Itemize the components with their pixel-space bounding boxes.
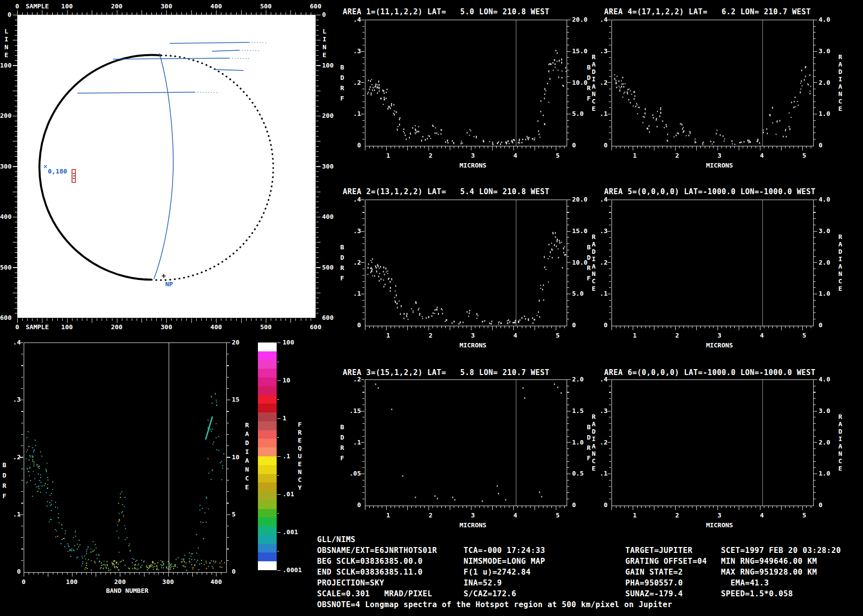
area-x-tick-label: 3 xyxy=(466,152,480,159)
area-ylabel-vertical: B D R F xyxy=(587,62,591,103)
area-x-tick-label: 5 xyxy=(550,512,565,519)
colorbar-block xyxy=(258,456,277,465)
area-y-tick-label: .2 xyxy=(591,439,608,446)
sample-axis-word: SAMPLE xyxy=(26,3,49,10)
colorbar-tick-label: 10 xyxy=(283,377,308,384)
area-x-tick-label: 3 xyxy=(712,512,727,519)
area-right-ticks xyxy=(567,20,571,145)
frequency-colorbar xyxy=(258,342,277,570)
area-title: AREA 3=(15,1,2,2) LAT= 5.8 LON= 210.7 WE… xyxy=(343,368,549,377)
area-right-tick-label: 4.0 xyxy=(819,196,838,203)
histogram-y-tick-label: .4 xyxy=(5,339,21,346)
sample-tick-label: 200 xyxy=(103,3,131,10)
area-x-tick-label: 5 xyxy=(797,512,812,519)
area-x-tick-label: 2 xyxy=(423,152,438,159)
area-y-tick-label: .2 xyxy=(344,259,361,266)
sample-tick-label: 400 xyxy=(202,324,230,331)
area-xlabel: MICRONS xyxy=(448,522,498,529)
area-y-tick-label: .1 xyxy=(591,290,608,297)
area-spectrum-plot xyxy=(611,20,814,146)
metadata-field: S/CAZ=172.6 xyxy=(464,589,516,598)
metadata-field: END SCLK=03836385.11.0 xyxy=(317,568,423,577)
histogram-x-tick-label: 300 xyxy=(158,579,178,585)
area-spectrum-plot xyxy=(365,200,567,326)
metadata-field: SPEED=1.5*0.058 xyxy=(721,589,793,598)
area-y-tick-label: .15 xyxy=(344,408,361,414)
area-y-tick-label: .1 xyxy=(591,470,608,477)
metadata-field: TARGET=JUPITER xyxy=(625,546,692,555)
area-spectrum-plot xyxy=(365,379,567,506)
area-spectrum-plot xyxy=(611,379,814,506)
map-background xyxy=(17,15,316,318)
area-y-tick-label: .4 xyxy=(591,16,608,23)
area-y-tick-label: .4 xyxy=(591,376,608,383)
histogram-right-ticks xyxy=(227,342,230,572)
area-y-tick-label: 0 xyxy=(591,142,608,149)
sample-tick-label: 300 xyxy=(153,324,180,331)
area-y-tick-label: .4 xyxy=(591,196,608,203)
area-x-tick-label: 1 xyxy=(381,152,396,159)
histogram-x-tick-label: 0 xyxy=(14,579,34,585)
nims-display-screen: 00100100200200300300400400500500600600SA… xyxy=(0,0,863,616)
area-right-ticks xyxy=(567,200,571,325)
colorbar-block xyxy=(258,491,277,500)
line-tick-label: 600 xyxy=(322,314,342,321)
area-title: AREA 2=(13,1,2,2) LAT= 5.4 LON= 210.8 WE… xyxy=(343,187,549,196)
north-pole-label: NP xyxy=(165,280,173,288)
metadata-field: GRATING OFFSET=04 xyxy=(625,557,707,566)
sample-tick-label: 200 xyxy=(103,324,131,331)
spectrum-scatter-canvas xyxy=(365,200,567,326)
line-tick-label: 500 xyxy=(0,264,11,271)
area-x-tick-label: 5 xyxy=(550,332,565,339)
colorbar-block xyxy=(258,386,277,395)
area-y-tick-label: .3 xyxy=(591,408,608,414)
area-x-ticks xyxy=(611,146,813,150)
colorbar-block xyxy=(258,552,277,561)
colorbar-block xyxy=(258,439,277,447)
histogram-y-tick-label: 0 xyxy=(5,568,21,575)
metadata-field: PROJECTION=SKY xyxy=(317,579,384,587)
histogram-right-tick-label: 15 xyxy=(232,396,247,403)
area-x-tick-label: 4 xyxy=(508,152,523,159)
colorbar-tick-label: 100 xyxy=(283,339,308,346)
colorbar-tick-label: .001 xyxy=(283,529,308,536)
area-y-tick-label: .3 xyxy=(344,48,361,55)
area-x-tick-label: 4 xyxy=(755,332,769,339)
histogram-right-tick-label: 10 xyxy=(232,454,247,461)
sample-tick-label: 600 xyxy=(302,3,329,10)
line-axis-word-right: L I N E xyxy=(323,28,326,59)
area-ylabel-vertical: B D R F xyxy=(587,242,591,283)
spectrum-scatter-canvas xyxy=(612,380,813,506)
area-y-ticks xyxy=(361,20,364,145)
colorbar-block xyxy=(258,544,277,553)
area-y-tick-label: 0 xyxy=(344,142,361,149)
line-tick-label: 600 xyxy=(0,314,11,321)
area-ylabel-vertical: B D R F xyxy=(340,242,344,283)
colorbar-block xyxy=(258,377,277,386)
area-y-ticks xyxy=(361,379,364,505)
area-right-tick-label: 1.0 xyxy=(819,290,838,297)
area-y-tick-label: .4 xyxy=(344,196,361,203)
histogram-scatter-canvas xyxy=(24,343,226,572)
area-right-tick-label: 15.0 xyxy=(572,228,592,235)
spectrum-scatter-canvas xyxy=(612,20,813,146)
area-ylabel-vertical: B D R F xyxy=(340,422,344,463)
obsnote-line: OBSNOTE=4 Longmap spectra of the Hotspot… xyxy=(317,600,672,609)
histogram-x-tick-label: 100 xyxy=(62,579,82,585)
sample-tick-label: 100 xyxy=(53,324,81,331)
area-title: AREA 5=(0,0,0,0) LAT=-1000.0 LON=-1000.0… xyxy=(604,187,816,196)
area-y-tick-label: .1 xyxy=(591,110,608,117)
area-right-tick-label: 20.0 xyxy=(572,16,592,23)
histogram-y-tick-label: .1 xyxy=(5,511,21,518)
metadata-field: OBSNAME/EXT=E6JNRTHOTS01R xyxy=(317,546,437,555)
area-right-label-vertical: R A D I A N C E xyxy=(838,233,842,292)
area-right-tick-label: 4.0 xyxy=(819,16,838,23)
area-title: AREA 4=(17,1,2,2) LAT= 6.2 LON= 210.7 WE… xyxy=(604,7,811,16)
area-x-tick-label: 5 xyxy=(797,332,812,339)
area-x-tick-label: 4 xyxy=(508,332,523,339)
line-tick-label: 400 xyxy=(0,213,11,220)
area-right-tick-label: 1.5 xyxy=(572,408,592,414)
histogram-x-tick-label: 400 xyxy=(206,579,226,585)
area-right-tick-label: 1.0 xyxy=(819,110,838,117)
area-x-tick-label: 1 xyxy=(381,512,396,519)
